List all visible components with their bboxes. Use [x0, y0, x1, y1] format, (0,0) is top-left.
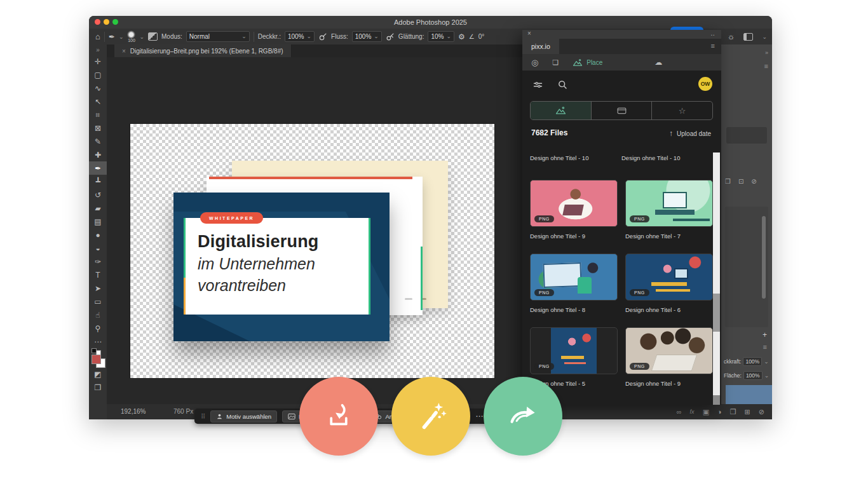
filter-sliders-icon[interactable]	[532, 80, 543, 90]
home-icon[interactable]: ⌂	[95, 32, 100, 41]
opacity-select[interactable]: 100%⌄	[285, 31, 315, 42]
pixxio-tab[interactable]: pixx.io	[522, 39, 559, 54]
panel-menu-icon[interactable]: ≡	[711, 42, 715, 50]
file-label[interactable]: Design ohne Titel - 9	[625, 380, 713, 393]
object-selection-tool[interactable]: ↖	[89, 95, 107, 108]
toolbar-more[interactable]: ⋯	[89, 335, 107, 348]
smoothing-select[interactable]: 10%⌄	[428, 31, 454, 42]
share-action-button[interactable]	[484, 377, 562, 456]
path-selection-tool[interactable]: ➤	[89, 281, 107, 295]
file-label[interactable]: Design ohne Titel - 9	[530, 233, 618, 245]
document-tab[interactable]: × Digitalisierung–Breit.png bei 192% (Eb…	[114, 44, 292, 57]
screen-mode-button[interactable]: ❐	[89, 381, 107, 394]
zoom-level-field[interactable]: 192,16%	[121, 408, 146, 415]
file-thumbnail[interactable]: PNG	[530, 327, 618, 374]
tab-media[interactable]	[531, 102, 592, 119]
tab-collections[interactable]	[592, 102, 653, 119]
document-canvas[interactable]: WHITEPAPER Digitalisierung im Unternehme…	[130, 124, 494, 378]
file-label[interactable]: Design ohne Titel - 7	[625, 233, 713, 245]
new-layer-icon[interactable]: ⊞	[745, 408, 750, 416]
search-icon[interactable]	[557, 79, 567, 90]
foreground-color-swatch[interactable]	[92, 355, 101, 364]
file-thumbnail[interactable]: PNG	[530, 254, 618, 301]
chevron-down-icon[interactable]: ⌄	[139, 34, 144, 40]
opacity-value[interactable]: 100%	[743, 357, 762, 366]
folder-icon[interactable]: ❒	[725, 178, 731, 185]
layer-style-icon[interactable]: fx	[690, 409, 695, 415]
airbrush-pressure-icon[interactable]	[318, 32, 327, 41]
file-label[interactable]: Design ohne Titel - 8	[530, 306, 618, 319]
brush-tool-icon[interactable]: ✒	[109, 32, 115, 41]
brush-preset-picker[interactable]: 100	[127, 30, 135, 43]
cloud-upload-icon[interactable]: ☁	[654, 58, 662, 67]
eyedropper-tool[interactable]: ✎	[89, 135, 107, 148]
dodge-tool[interactable]: ◒	[89, 241, 107, 255]
file-thumbnail[interactable]: PNG	[625, 327, 713, 374]
chevron-down-icon[interactable]: ⌄	[119, 34, 124, 40]
sort-direction-icon[interactable]: ↑	[669, 129, 673, 138]
nav-item-place[interactable]: Place	[573, 58, 602, 67]
frame-tool[interactable]: ⊠	[89, 121, 107, 135]
brush-settings-panel-icon[interactable]	[148, 32, 158, 41]
scrollbar-thumb[interactable]	[713, 294, 720, 332]
airbrush-mode-icon[interactable]	[386, 32, 395, 41]
panel-menu-icon[interactable]: ≡	[764, 62, 768, 70]
blur-tool[interactable]: ●	[89, 228, 107, 241]
move-tool[interactable]: ✛	[89, 55, 107, 68]
file-label[interactable]: Design ohne Titel - 10	[530, 154, 621, 161]
file-thumbnail[interactable]: PNG	[625, 254, 713, 301]
type-tool[interactable]: T	[89, 268, 107, 281]
file-grid-item[interactable]: PNG Design ohne Titel - 9	[530, 180, 618, 245]
layer-mask-icon[interactable]: ▣	[703, 408, 709, 416]
chevron-down-icon[interactable]: ⌄	[762, 34, 767, 40]
magic-edit-action-button[interactable]	[391, 377, 470, 456]
brush-tool[interactable]: ✒	[89, 161, 107, 175]
file-thumbnail[interactable]: PNG	[530, 180, 618, 227]
file-thumbnail[interactable]: PNG	[625, 180, 713, 227]
flow-select[interactable]: 100%⌄	[352, 31, 382, 42]
panel-group-menu-icon[interactable]: ‥	[710, 30, 715, 37]
tab-favorites[interactable]: ☆	[652, 102, 712, 119]
link-layers-icon[interactable]: ∞	[677, 408, 682, 416]
discover-bulb-icon[interactable]: ☼	[728, 32, 735, 41]
toolbar-collapse-icon[interactable]: »	[89, 44, 107, 55]
user-avatar[interactable]: OW	[698, 77, 712, 91]
workspace-switcher-icon[interactable]	[743, 33, 753, 41]
shape-tool[interactable]: ▭	[89, 295, 107, 308]
eraser-tool[interactable]: ▰	[89, 201, 107, 215]
quick-mask-mode-button[interactable]: ◩	[89, 367, 107, 381]
panel-scrollbar[interactable]	[762, 216, 766, 299]
new-group-icon[interactable]: ❒	[730, 408, 736, 416]
sort-control[interactable]: ↑ Upload date	[669, 129, 711, 138]
file-grid-item[interactable]: PNG Design ohne Titel - 6	[625, 254, 713, 319]
clone-stamp-tool[interactable]: ┻	[89, 175, 107, 188]
color-swatches[interactable]	[89, 348, 107, 367]
marquee-tool[interactable]: ▢	[89, 68, 107, 81]
drag-handle-icon[interactable]: ⠿	[201, 413, 205, 420]
fill-value[interactable]: 100%	[743, 371, 763, 380]
file-grid-item[interactable]: PNG Design ohne Titel - 7	[625, 180, 713, 245]
file-grid-item[interactable]: PNG Design ohne Titel - 8	[530, 254, 618, 319]
collapsed-panel[interactable]	[726, 127, 767, 144]
hand-tool[interactable]: ☝	[89, 308, 107, 322]
select-subject-button[interactable]: Motiv auswählen	[210, 410, 277, 423]
trash-icon[interactable]: ⊘	[751, 178, 756, 185]
add-icon[interactable]: +	[763, 330, 767, 339]
adjustment-layer-icon[interactable]: ◑	[717, 408, 722, 416]
delete-layer-icon[interactable]: ⊘	[759, 408, 764, 416]
pen-tool[interactable]: ✑	[89, 255, 107, 268]
file-icon[interactable]: ❏	[552, 58, 559, 67]
gradient-tool[interactable]: ▤	[89, 215, 107, 228]
download-action-button[interactable]	[299, 377, 378, 456]
blend-mode-select[interactable]: Normal⌄	[186, 31, 250, 42]
file-label[interactable]: Design ohne Titel - 6	[625, 306, 713, 319]
healing-brush-tool[interactable]: ✚	[89, 148, 107, 161]
play-panel-icon[interactable]: ⊡	[738, 178, 743, 185]
history-brush-tool[interactable]: ↺	[89, 188, 107, 201]
more-options-icon[interactable]: ⋯	[475, 412, 483, 421]
pixxio-scrollbar[interactable]	[713, 152, 720, 405]
chevron-down-icon[interactable]: ⌄	[764, 372, 770, 379]
lasso-tool[interactable]: ∿	[89, 81, 107, 95]
brush-angle-value[interactable]: 0°	[478, 33, 485, 40]
panel-collapse-icon[interactable]: »	[765, 50, 768, 56]
